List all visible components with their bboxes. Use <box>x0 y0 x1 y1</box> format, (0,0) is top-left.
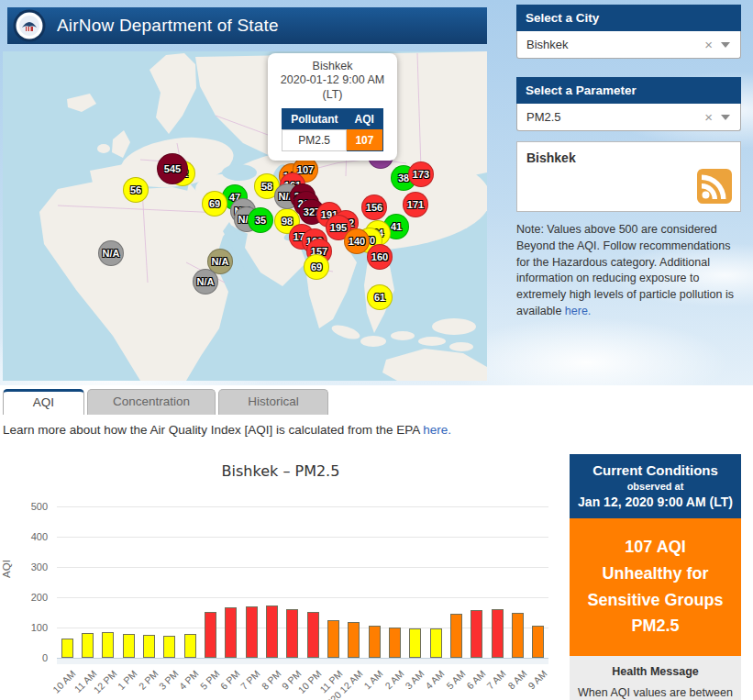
y-axis-tick: 300 <box>7 561 48 572</box>
app-header: AirNow Department of State <box>7 7 487 44</box>
chart-bar[interactable] <box>450 614 462 658</box>
popup-aqi-value: 107 <box>346 129 382 150</box>
dept-of-state-seal-icon <box>13 9 46 42</box>
chart-bar[interactable] <box>246 606 258 658</box>
cc-aqi-category-1: Unhealthy for <box>575 561 736 587</box>
chart-bar[interactable] <box>123 634 135 658</box>
beyond-aqi-note: Note: Values above 500 are considered Be… <box>516 222 742 320</box>
chart-bar[interactable] <box>225 607 237 658</box>
aqi-bar-chart: Bishkek – PM2.5 0100200300400500 10 AM11… <box>0 450 561 700</box>
cc-health-title: Health Message <box>578 665 733 678</box>
y-axis-tick: 500 <box>7 501 48 512</box>
city-clear-icon[interactable]: × <box>696 37 721 52</box>
map-marker[interactable]: 545 <box>157 153 188 184</box>
map-marker[interactable]: 140 <box>344 228 370 254</box>
y-axis-tick: 200 <box>7 592 48 603</box>
chart-bar[interactable] <box>512 613 524 658</box>
chart-bar[interactable] <box>184 634 196 658</box>
parameter-select-panel: Select a Parameter PM2.5 × <box>516 77 741 131</box>
chart-bar[interactable] <box>532 626 544 658</box>
learn-more-text: Learn more about how the Air Quality Ind… <box>3 423 423 437</box>
chart-bar[interactable] <box>163 636 175 658</box>
popup-city: Bishkek <box>273 60 392 73</box>
chart-bar[interactable] <box>471 610 482 658</box>
map-marker[interactable]: 156 <box>361 194 387 220</box>
parameter-chevron-down-icon[interactable] <box>721 115 730 120</box>
parameter-select-value: PM2.5 <box>517 110 696 124</box>
app-title: AirNow Department of State <box>57 16 279 36</box>
city-select-panel: Select a City Bishkek × <box>516 5 741 59</box>
cc-observed-label: observed at <box>573 481 737 492</box>
gridline <box>57 537 548 538</box>
map-marker[interactable]: 160 <box>367 244 393 270</box>
map-popup: Bishkek 2020-01-12 9:00 AM (LT) Pollutan… <box>268 53 397 161</box>
note-text: Note: Values above 500 are considered Be… <box>516 223 734 317</box>
tab-aqi[interactable]: AQI <box>3 389 84 415</box>
parameter-select[interactable]: PM2.5 × <box>516 104 741 131</box>
gridline <box>57 506 548 507</box>
popup-city-datetime: Bishkek 2020-01-12 9:00 AM (LT) <box>273 60 392 102</box>
gridline <box>57 597 548 598</box>
chart-bar[interactable] <box>348 622 360 658</box>
cc-observed-time: Jan 12, 2020 9:00 AM (LT) <box>573 494 737 509</box>
learn-more-here-link[interactable]: here. <box>423 423 451 437</box>
chart-bar[interactable] <box>286 609 298 658</box>
y-axis-tick: 400 <box>7 531 48 542</box>
chart-bar[interactable] <box>327 620 339 658</box>
chart-bar[interactable] <box>409 628 421 658</box>
chart-bar[interactable] <box>492 609 504 658</box>
popup-table: Pollutant AQI PM2.5 107 <box>282 108 383 151</box>
aqi-world-map[interactable]: 5254556584769N/AN/A3598N/AN/AN/A27314810… <box>3 51 487 381</box>
chart-bar[interactable] <box>389 628 401 658</box>
y-axis-tick: 100 <box>7 622 48 633</box>
rss-city-label: Bishkek <box>526 150 740 165</box>
cc-aqi-parameter: PM2.5 <box>575 613 736 639</box>
chart-bar[interactable] <box>307 612 319 658</box>
cc-aqi-category-2: Sensitive Groups <box>575 587 736 614</box>
chart-bar[interactable] <box>82 633 94 658</box>
cc-aqi-value: 107 AQI <box>575 534 736 561</box>
map-marker[interactable]: 35 <box>248 207 273 233</box>
y-axis-tick: 0 <box>7 652 48 663</box>
map-marker[interactable]: 61 <box>367 284 393 310</box>
cc-health-text: When AQI values are between 101 and 150,… <box>578 685 733 700</box>
map-marker[interactable]: 56 <box>123 177 149 203</box>
parameter-panel-title: Select a Parameter <box>516 77 741 104</box>
y-axis-title: AQI <box>1 537 12 601</box>
chart-bar[interactable] <box>205 612 216 658</box>
chart-bar[interactable] <box>430 628 442 658</box>
city-select-value: Bishkek <box>517 38 696 51</box>
note-here-link[interactable]: here. <box>565 305 592 317</box>
rss-icon[interactable] <box>697 169 732 204</box>
city-panel-title: Select a City <box>516 5 741 31</box>
popup-pollutant-header: Pollutant <box>282 108 347 129</box>
current-conditions-header: Current Conditions observed at Jan 12, 2… <box>570 454 741 518</box>
cc-aqi-block: 107 AQI Unhealthy for Sensitive Groups P… <box>570 518 741 656</box>
popup-datetime: 2020-01-12 9:00 AM (LT) <box>273 73 392 102</box>
map-marker[interactable]: 69 <box>202 191 227 217</box>
map-marker[interactable]: 171 <box>403 192 428 217</box>
city-chevron-down-icon[interactable] <box>721 42 730 48</box>
chart-title: Bishkek – PM2.5 <box>0 462 561 480</box>
tab-historical[interactable]: Historical <box>218 389 328 415</box>
cc-title: Current Conditions <box>573 462 737 478</box>
chart-bar[interactable] <box>266 606 278 658</box>
gridline <box>57 567 548 568</box>
chart-bar[interactable] <box>61 639 73 658</box>
parameter-clear-icon[interactable]: × <box>696 109 721 125</box>
chart-bar[interactable] <box>102 632 114 658</box>
map-marker[interactable]: N/A <box>193 269 218 294</box>
x-axis-line <box>57 658 548 664</box>
rss-feed-box: Bishkek <box>516 141 741 212</box>
map-marker[interactable]: N/A <box>98 240 124 266</box>
map-marker[interactable]: 69 <box>304 254 329 280</box>
chart-bar[interactable] <box>369 626 381 658</box>
learn-more-line: Learn more about how the Air Quality Ind… <box>3 423 451 437</box>
map-marker[interactable]: 173 <box>408 161 434 187</box>
cc-health-message: Health Message When AQI values are betwe… <box>570 656 741 700</box>
view-tabs: AQI Concentration Historical <box>3 389 331 415</box>
current-conditions-panel: Current Conditions observed at Jan 12, 2… <box>570 454 741 700</box>
tab-concentration[interactable]: Concentration <box>87 389 216 415</box>
chart-bar[interactable] <box>143 635 155 658</box>
city-select[interactable]: Bishkek × <box>516 31 741 59</box>
